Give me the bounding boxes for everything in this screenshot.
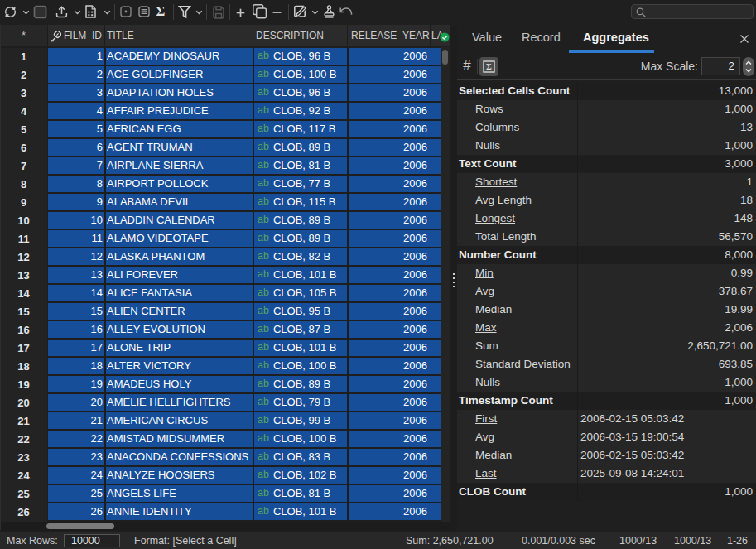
svg-text:Σ: Σ — [486, 62, 492, 71]
